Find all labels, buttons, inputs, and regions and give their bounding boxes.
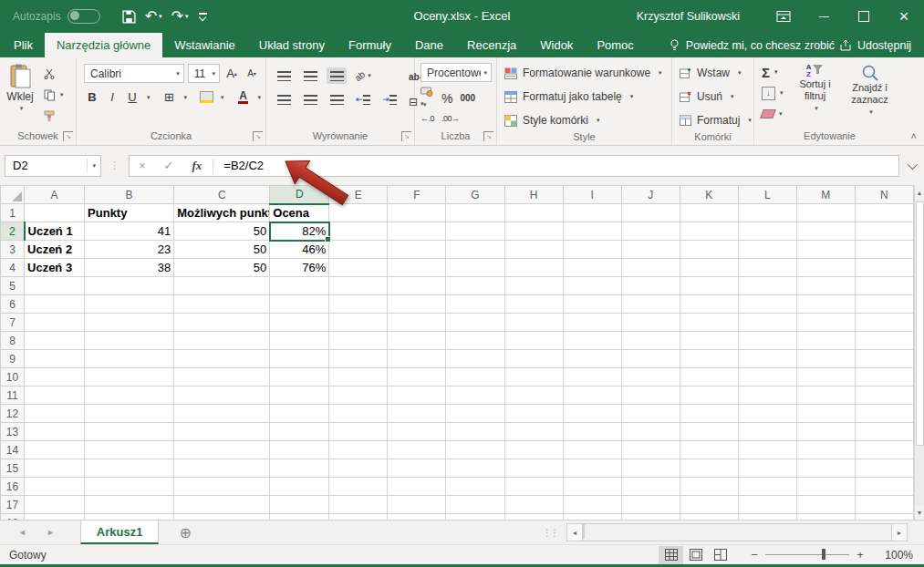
autosave-switch-icon[interactable] [67, 9, 100, 24]
cell-G9[interactable] [446, 350, 504, 368]
zoom-out-button[interactable]: − [747, 548, 762, 562]
cell-E7[interactable] [329, 314, 388, 332]
bold-button[interactable]: B [84, 88, 100, 106]
cell-B10[interactable] [85, 368, 174, 387]
column-header-E[interactable]: E [329, 186, 388, 204]
column-header-M[interactable]: M [796, 186, 855, 204]
formula-input[interactable]: =B2/C2 [215, 159, 264, 172]
cell-H18[interactable] [504, 514, 563, 521]
cell-I6[interactable] [563, 295, 621, 314]
cell-H12[interactable] [504, 405, 563, 423]
autosum-button[interactable]: Σ▾ [760, 64, 785, 80]
tab-scroll-splitter[interactable]: ⋮⋮ [543, 521, 557, 544]
column-header-C[interactable]: C [174, 186, 270, 204]
cell-N2[interactable] [855, 222, 913, 241]
cell-M14[interactable] [796, 441, 855, 459]
column-header-B[interactable]: B [85, 186, 174, 204]
cell-E8[interactable] [329, 332, 388, 350]
cell-D8[interactable] [270, 332, 329, 350]
cell-B9[interactable] [85, 350, 174, 368]
decrease-font-button[interactable]: A▾ [244, 65, 260, 82]
cell-H7[interactable] [504, 314, 563, 332]
cell-A17[interactable] [25, 496, 85, 514]
cell-K11[interactable] [680, 387, 738, 405]
insert-function-button[interactable]: fx [183, 159, 212, 173]
cell-F10[interactable] [388, 368, 446, 387]
cell-C3[interactable]: 50 [174, 241, 270, 259]
row-header-11[interactable]: 11 [1, 387, 25, 405]
number-format-combo[interactable]: Procentowe▾ [420, 63, 492, 82]
cell-M15[interactable] [796, 459, 855, 478]
zoom-slider[interactable] [765, 554, 849, 555]
row-header-17[interactable]: 17 [1, 496, 25, 514]
cell-K8[interactable] [680, 332, 738, 350]
insert-cells-button[interactable]: Wstaw▾ [680, 63, 752, 83]
cell-N9[interactable] [855, 350, 913, 368]
cell-K3[interactable] [680, 241, 738, 259]
cell-F2[interactable] [388, 222, 446, 241]
cell-I14[interactable] [563, 441, 621, 459]
cell-B2[interactable]: 41 [85, 222, 174, 241]
cell-M5[interactable] [796, 277, 855, 295]
cell-L10[interactable] [738, 368, 796, 387]
cell-J10[interactable] [621, 368, 680, 387]
cell-J13[interactable] [621, 423, 680, 441]
cell-J3[interactable] [621, 241, 680, 259]
format-as-table-button[interactable]: Formatuj jako tabelę▾ [504, 87, 670, 107]
cell-C12[interactable] [174, 405, 270, 423]
zoom-slider-knob[interactable] [822, 549, 825, 560]
conditional-formatting-button[interactable]: Formatowanie warunkowe▾ [504, 63, 670, 83]
increase-indent-button[interactable]: ⇥ [379, 91, 400, 108]
cell-L8[interactable] [738, 332, 796, 350]
cell-I16[interactable] [563, 478, 621, 496]
cell-C5[interactable] [174, 277, 270, 295]
formula-bar-splitter[interactable]: ⋮ [109, 160, 120, 171]
cell-I8[interactable] [563, 332, 621, 350]
cell-M8[interactable] [796, 332, 855, 350]
row-header-10[interactable]: 10 [1, 368, 25, 387]
cell-H3[interactable] [504, 241, 563, 259]
cell-K5[interactable] [680, 277, 738, 295]
sheet-tab-arkusz1[interactable]: Arkusz1 [80, 521, 160, 544]
cell-H15[interactable] [504, 459, 563, 478]
cell-C17[interactable] [174, 496, 270, 514]
align-left-button[interactable] [274, 91, 294, 108]
next-sheet-icon[interactable]: ► [47, 528, 55, 537]
prev-sheet-icon[interactable]: ◄ [18, 528, 26, 537]
cell-E10[interactable] [329, 368, 388, 387]
cell-A15[interactable] [25, 459, 85, 478]
cell-B6[interactable] [85, 295, 174, 314]
cell-F5[interactable] [388, 277, 446, 295]
cell-G14[interactable] [446, 441, 504, 459]
cell-H17[interactable] [504, 496, 563, 514]
cell-J6[interactable] [621, 295, 680, 314]
cell-F3[interactable] [388, 241, 446, 259]
row-header-9[interactable]: 9 [1, 350, 25, 368]
cell-J1[interactable] [621, 204, 680, 222]
cell-L7[interactable] [738, 314, 796, 332]
cell-L4[interactable] [738, 259, 796, 277]
cell-K1[interactable] [680, 204, 738, 222]
cell-D18[interactable] [270, 514, 329, 521]
cell-C16[interactable] [174, 478, 270, 496]
cell-B11[interactable] [85, 387, 174, 405]
tell-me-box[interactable]: Powiedz mi, co chcesz zrobić [670, 33, 835, 57]
cell-K9[interactable] [680, 350, 738, 368]
delete-cells-button[interactable]: Usuń▾ [680, 87, 752, 107]
autosave-toggle[interactable]: Autozapis [13, 9, 100, 24]
cell-J5[interactable] [621, 277, 680, 295]
cell-M9[interactable] [796, 350, 855, 368]
cell-A1[interactable] [25, 204, 85, 222]
cell-E12[interactable] [329, 405, 388, 423]
cell-A16[interactable] [25, 478, 85, 496]
cell-J17[interactable] [621, 496, 680, 514]
font-dialog-launcher[interactable]: ↘ [253, 131, 263, 141]
cell-L18[interactable] [738, 514, 796, 521]
sort-filter-button[interactable]: AZ Sortuj i filtruj ▾ [791, 62, 840, 122]
cell-I18[interactable] [563, 514, 621, 521]
cell-K15[interactable] [680, 459, 738, 478]
cell-J4[interactable] [621, 259, 680, 277]
cell-F15[interactable] [388, 459, 446, 478]
cell-I4[interactable] [563, 259, 621, 277]
font-name-combo[interactable]: Calibri▾ [84, 64, 184, 83]
